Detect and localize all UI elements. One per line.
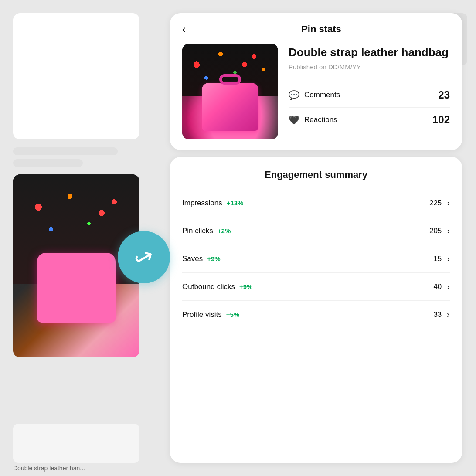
pin-stats-card: ‹ Pin stats Double strap leather handbag… <box>170 13 462 150</box>
pin-name: Double strap leather handbag <box>289 45 450 60</box>
chevron-right-icon-0: › <box>447 198 450 208</box>
engagement-rows-container: Impressions +13% 225 › Pin clicks +2% 20… <box>182 189 450 328</box>
comments-label: Comments <box>304 91 438 99</box>
eng-label-2: Saves <box>182 255 203 263</box>
eng-label-4: Profile visits <box>182 310 222 319</box>
engagement-title: Engagement summary <box>182 169 450 180</box>
eng-change-3: +9% <box>239 283 252 290</box>
pin-published-date: Published on DD/MM/YY <box>289 63 450 71</box>
eng-value-3: 40 <box>433 282 442 291</box>
pin-details: Double strap leather handbag Published o… <box>289 44 450 132</box>
engagement-row-4[interactable]: Profile visits +5% 33 › <box>182 301 450 328</box>
chevron-right-icon-3: › <box>447 282 450 292</box>
comments-icon: 💬 <box>289 90 299 100</box>
reactions-label: Reactions <box>304 116 432 124</box>
engagement-row-3[interactable]: Outbound clicks +9% 40 › <box>182 273 450 301</box>
eng-value-0: 225 <box>429 199 442 207</box>
eng-change-2: +9% <box>207 255 220 262</box>
chevron-right-icon-1: › <box>447 226 450 236</box>
engagement-row-1[interactable]: Pin clicks +2% 205 › <box>182 217 450 245</box>
eng-change-1: +2% <box>218 227 231 235</box>
eng-value-2: 15 <box>433 255 442 263</box>
chevron-right-icon-4: › <box>447 309 450 320</box>
eng-change-4: +5% <box>226 311 239 318</box>
engagement-summary-card: Engagement summary Impressions +13% 225 … <box>170 157 462 463</box>
eng-change-0: +13% <box>227 199 244 207</box>
pin-thumbnail <box>182 44 278 139</box>
eng-label-3: Outbound clicks <box>182 282 235 291</box>
card-header: ‹ Pin stats <box>182 24 450 35</box>
bg-text-line-2 <box>13 159 83 167</box>
engagement-row-0[interactable]: Impressions +13% 225 › <box>182 189 450 217</box>
eng-value-1: 205 <box>429 227 442 235</box>
card-title: Pin stats <box>193 24 450 35</box>
bg-text-line-1 <box>13 147 118 155</box>
share-arrow-icon: ↪ <box>130 242 158 272</box>
comments-value: 23 <box>438 89 450 101</box>
comments-stat-row: 💬 Comments 23 <box>289 83 450 108</box>
engagement-row-2[interactable]: Saves +9% 15 › <box>182 245 450 273</box>
bg-pin-caption: Double strap leather han... <box>13 465 85 472</box>
chevron-right-icon-2: › <box>447 254 450 264</box>
reactions-stat-row: 🖤 Reactions 102 <box>289 108 450 132</box>
reactions-value: 102 <box>432 114 450 126</box>
main-panel: ‹ Pin stats Double strap leather handbag… <box>170 13 462 463</box>
reactions-icon: 🖤 <box>289 115 299 125</box>
eng-value-4: 33 <box>433 310 442 319</box>
pin-info-row: Double strap leather handbag Published o… <box>182 44 450 139</box>
eng-label-0: Impressions <box>182 199 222 207</box>
eng-label-1: Pin clicks <box>182 227 213 235</box>
back-button[interactable]: ‹ <box>182 24 186 34</box>
share-button[interactable]: ↪ <box>118 231 170 283</box>
bg-bottom-card <box>13 424 139 463</box>
bg-top-card <box>13 13 139 139</box>
